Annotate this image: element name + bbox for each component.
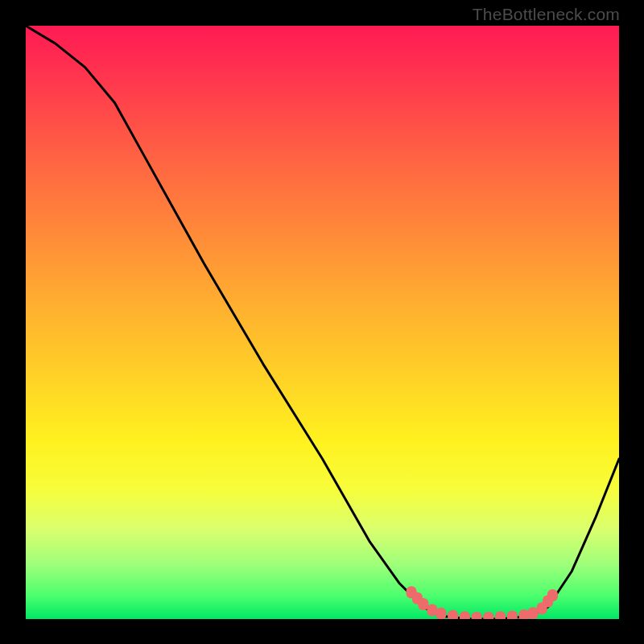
curve-layer	[26, 26, 619, 619]
marker-dot	[448, 610, 458, 619]
marker-layer	[407, 586, 558, 619]
marker-dot	[528, 607, 539, 619]
attribution-text: TheBottleneck.com	[473, 5, 620, 24]
marker-dot	[483, 612, 493, 619]
chart-svg	[26, 26, 619, 619]
marker-dot	[547, 589, 558, 601]
marker-dot	[427, 604, 437, 616]
bottleneck-curve	[26, 26, 619, 619]
marker-dot	[472, 612, 482, 619]
marker-dot	[495, 611, 506, 619]
marker-dot	[418, 598, 428, 610]
chart-frame: TheBottleneck.com	[0, 0, 644, 644]
plot-area	[26, 26, 619, 619]
marker-dot	[460, 611, 470, 619]
marker-dot	[436, 608, 446, 619]
marker-dot	[507, 611, 518, 619]
